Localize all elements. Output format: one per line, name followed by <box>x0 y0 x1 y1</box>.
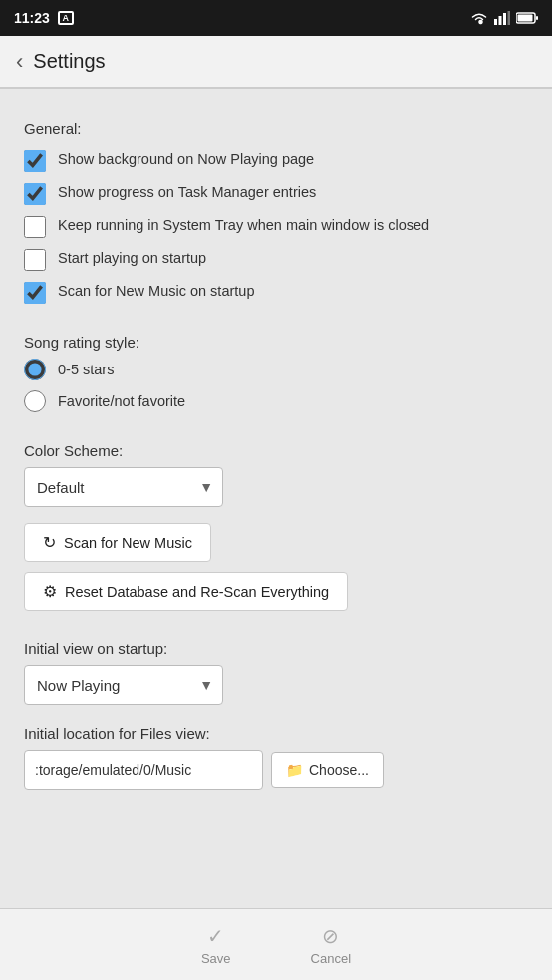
radio-stars-label[interactable]: 0-5 stars <box>58 362 114 377</box>
checkbox-background[interactable] <box>24 150 46 172</box>
checkbox-row-progress: Show progress on Task Manager entries <box>24 182 528 205</box>
scan-icon: ↻ <box>43 533 56 552</box>
choose-label: Choose... <box>309 762 369 778</box>
checkbox-startup-label[interactable]: Start playing on startup <box>58 248 206 268</box>
checkbox-row-background: Show background on Now Playing page <box>24 149 528 172</box>
song-rating-label: Song rating style: <box>24 334 528 351</box>
reset-database-button[interactable]: ⚙ Reset Database and Re-Scan Everything <box>24 572 348 611</box>
initial-view-dropdown-wrapper: Now Playing Library Files Settings ▼ <box>24 665 223 705</box>
checkbox-scan[interactable] <box>24 282 46 304</box>
radio-row-stars: 0-5 stars <box>24 359 528 380</box>
svg-rect-1 <box>499 16 502 25</box>
status-icons <box>470 11 538 25</box>
status-time: 11:23 <box>14 10 50 26</box>
checkbox-row-scan: Scan for New Music on startup <box>24 281 528 304</box>
svg-rect-6 <box>536 16 538 20</box>
files-path-input[interactable] <box>24 750 263 790</box>
reset-icon: ⚙ <box>43 582 57 601</box>
svg-rect-0 <box>494 19 497 25</box>
back-button[interactable]: ‹ <box>16 49 23 75</box>
checkbox-startup[interactable] <box>24 249 46 271</box>
save-label: Save <box>201 951 231 966</box>
save-button[interactable]: ✓ Save <box>201 924 231 966</box>
svg-rect-2 <box>503 13 506 25</box>
status-bar: 11:23 A <box>0 0 552 36</box>
scan-music-button[interactable]: ↻ Scan for New Music <box>24 523 211 562</box>
color-scheme-label: Color Scheme: <box>24 442 528 459</box>
checkbox-row-systray: Keep running in System Tray when main wi… <box>24 215 528 238</box>
initial-view-wrapper: Initial view on startup: Now Playing Lib… <box>24 640 528 705</box>
toolbar: ‹ Settings <box>0 36 552 88</box>
checkbox-systray-label[interactable]: Keep running in System Tray when main wi… <box>58 215 429 235</box>
color-scheme-select[interactable]: Default Dark Light <box>24 467 223 507</box>
initial-view-select[interactable]: Now Playing Library Files Settings <box>24 665 223 705</box>
files-row: 📁 Choose... <box>24 750 528 790</box>
folder-icon: 📁 <box>286 762 303 778</box>
settings-content: General: Show background on Now Playing … <box>0 89 552 908</box>
scan-music-label: Scan for New Music <box>64 535 192 551</box>
checkbox-row-startup: Start playing on startup <box>24 248 528 271</box>
radio-favorite-label[interactable]: Favorite/not favorite <box>58 393 185 409</box>
save-check-icon: ✓ <box>207 924 224 948</box>
color-scheme-dropdown-wrapper: Default Dark Light ▼ <box>24 467 223 507</box>
cancel-button[interactable]: ⊘ Cancel <box>311 924 351 966</box>
files-view-label: Initial location for Files view: <box>24 725 528 742</box>
general-label: General: <box>24 121 528 137</box>
initial-view-label: Initial view on startup: <box>24 640 528 657</box>
bottom-bar: ✓ Save ⊘ Cancel <box>0 908 552 980</box>
status-a-icon: A <box>58 11 74 25</box>
battery-icon <box>516 11 538 25</box>
svg-rect-5 <box>518 15 533 22</box>
radio-row-fav: Favorite/not favorite <box>24 390 528 412</box>
checkbox-systray[interactable] <box>24 216 46 238</box>
cancel-icon: ⊘ <box>322 924 339 948</box>
choose-button[interactable]: 📁 Choose... <box>271 752 384 788</box>
radio-stars[interactable] <box>24 359 46 380</box>
signal-icon <box>494 11 510 25</box>
checkbox-background-label[interactable]: Show background on Now Playing page <box>58 149 314 169</box>
checkbox-progress[interactable] <box>24 183 46 205</box>
radio-favorite[interactable] <box>24 390 46 412</box>
svg-rect-3 <box>508 11 511 25</box>
cancel-label: Cancel <box>311 951 351 966</box>
wifi-icon <box>470 11 488 25</box>
reset-database-label: Reset Database and Re-Scan Everything <box>65 584 329 600</box>
checkbox-scan-label[interactable]: Scan for New Music on startup <box>58 281 254 301</box>
checkbox-progress-label[interactable]: Show progress on Task Manager entries <box>58 182 316 202</box>
page-title: Settings <box>33 50 105 73</box>
